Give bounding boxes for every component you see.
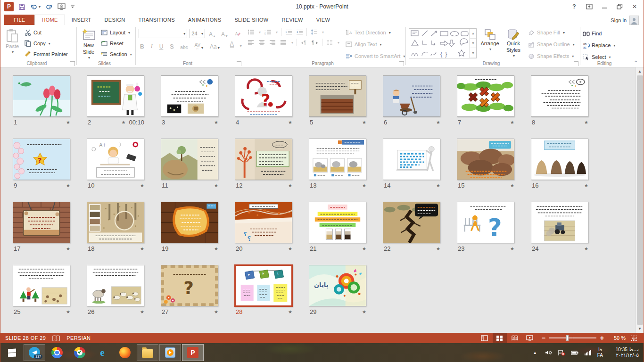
font-color-button[interactable]: A <box>229 41 235 50</box>
transition-star-icon[interactable]: ★ <box>214 183 218 188</box>
bullets-icon[interactable] <box>247 28 255 36</box>
scrollbar-down-icon[interactable]: ▼ <box>636 325 644 333</box>
transition-star-icon[interactable]: ★ <box>288 309 292 314</box>
volume-icon[interactable] <box>545 350 552 355</box>
align-text-button[interactable]: Align Text▾ <box>345 40 405 49</box>
tray-expand-icon[interactable]: ▲ <box>531 351 539 355</box>
replace-button[interactable]: abac Replace▾ <box>582 40 615 50</box>
text-shadow-button[interactable]: S <box>168 41 175 50</box>
slide-thumbnail[interactable] <box>161 75 218 117</box>
start-button[interactable] <box>0 343 23 362</box>
left-to-right-icon[interactable]: ¶ <box>300 39 308 46</box>
shape-outline-button[interactable]: Shape Outline▾ <box>528 40 575 49</box>
slide-thumbnail[interactable] <box>235 139 292 180</box>
quick-styles-button[interactable]: Quick Styles▾ <box>502 26 525 58</box>
taskbar-file-explorer[interactable] <box>137 344 158 361</box>
shapes-gallery-scroll[interactable]: ▲▼▼ <box>470 29 476 58</box>
transition-star-icon[interactable]: ★ <box>140 183 144 188</box>
transition-star-icon[interactable]: ★ <box>510 183 514 188</box>
transition-star-icon[interactable]: ★ <box>362 120 366 125</box>
tab-insert[interactable]: INSERT <box>65 15 98 25</box>
font-dialog-launcher[interactable] <box>237 61 241 66</box>
close-button[interactable]: ✕ <box>627 1 642 12</box>
fit-slide-to-window-button[interactable] <box>627 333 641 343</box>
align-center-icon[interactable] <box>258 39 265 46</box>
slide-thumbnail[interactable]: ? <box>13 139 70 180</box>
transition-star-icon[interactable]: ★ <box>66 120 70 125</box>
tab-slide-show[interactable]: SLIDE SHOW <box>228 15 275 25</box>
save-button[interactable] <box>18 2 25 11</box>
tab-design[interactable]: DESIGN <box>98 15 132 25</box>
paragraph-dialog-launcher[interactable] <box>399 61 404 66</box>
tab-transitions[interactable]: TRANSITIONS <box>132 15 182 25</box>
sign-in-link[interactable]: Sign in <box>611 17 627 23</box>
taskbar-firefox[interactable] <box>114 344 136 361</box>
transition-star-icon[interactable]: ★ <box>362 309 366 314</box>
bold-button[interactable]: B <box>139 41 146 50</box>
format-painter-button[interactable]: Format Painter <box>24 49 68 59</box>
slide-thumbnail[interactable] <box>161 202 218 243</box>
copy-button[interactable]: Copy▾ <box>24 39 68 48</box>
align-left-icon[interactable] <box>247 39 255 46</box>
slide-thumbnail[interactable] <box>13 265 70 306</box>
slide-thumbnail[interactable] <box>309 139 366 180</box>
find-button[interactable]: Find <box>582 28 615 39</box>
slide-thumbnail[interactable]: پایان <box>309 265 366 306</box>
underline-button[interactable]: U <box>158 41 165 50</box>
ribbon-display-options-button[interactable] <box>582 1 596 12</box>
network-signal-icon[interactable] <box>584 350 592 355</box>
taskbar-telegram[interactable]: 337 <box>24 344 45 361</box>
scrollbar-up-icon[interactable]: ▲ <box>636 67 644 75</box>
repeat-button[interactable] <box>45 2 53 11</box>
text-direction-button[interactable]: A Text Direction▾ <box>345 28 405 37</box>
layout-button[interactable]: Layout▾ <box>100 28 132 37</box>
restore-button[interactable] <box>612 1 627 12</box>
transition-star-icon[interactable]: ★ <box>362 246 366 251</box>
undo-dropdown-icon[interactable]: ▾ <box>39 5 41 9</box>
change-case-button[interactable]: Aa▾ <box>208 41 221 50</box>
tab-animations[interactable]: ANIMATIONS <box>182 15 228 25</box>
slide-thumbnail[interactable] <box>161 139 218 180</box>
right-to-left-icon[interactable]: ¶ <box>311 39 319 46</box>
taskbar-powerpoint[interactable]: P <box>182 344 204 361</box>
slide-thumbnail[interactable] <box>383 139 440 180</box>
decrease-indent-icon[interactable] <box>285 28 292 36</box>
user-avatar-icon[interactable] <box>629 16 639 25</box>
shape-fill-button[interactable]: Shape Fill▾ <box>528 28 575 37</box>
tab-home[interactable]: HOME <box>34 15 65 25</box>
slide-thumbnail[interactable] <box>457 139 514 180</box>
slide-show-button[interactable] <box>523 333 537 343</box>
line-spacing-icon[interactable] <box>310 28 318 36</box>
slide-thumbnail[interactable] <box>309 202 366 243</box>
transition-star-icon[interactable]: ★ <box>584 246 588 251</box>
zoom-in-button[interactable]: + <box>600 335 604 341</box>
section-button[interactable]: Section▾ <box>100 49 132 59</box>
convert-to-smartart-button[interactable]: Convert to SmartArt▾ <box>345 51 405 61</box>
arrange-button[interactable]: Arrange▾ <box>478 26 502 52</box>
slide-thumbnail[interactable]: ? <box>161 265 218 306</box>
transition-star-icon[interactable]: ★ <box>140 246 144 251</box>
slide-thumbnail[interactable] <box>531 202 588 243</box>
slide-thumbnail[interactable]: ? <box>457 202 514 243</box>
reset-button[interactable]: Reset <box>100 39 132 48</box>
slide-thumbnail[interactable]: ? <box>235 75 292 117</box>
font-name-combo[interactable]: ▾ <box>139 29 187 38</box>
zoom-slider[interactable]: − + <box>542 335 604 341</box>
slide-thumbnail[interactable] <box>531 75 588 117</box>
tray-clock[interactable]: ب.ظ 10:35 ۲۰۲۱/۱۲/۰۵ <box>609 347 639 358</box>
scrollbar-thumb[interactable] <box>637 75 643 325</box>
clipboard-dialog-launcher[interactable] <box>70 61 75 66</box>
shapes-gallery[interactable]: { } ▲▼▼ <box>409 28 477 58</box>
customize-qat-button[interactable] <box>70 2 75 11</box>
taskbar-chrome[interactable] <box>46 344 68 361</box>
numbering-icon[interactable]: 123 <box>264 28 272 36</box>
transition-star-icon[interactable]: ★ <box>66 246 70 251</box>
transition-star-icon[interactable]: ★ <box>288 120 292 125</box>
paste-button[interactable]: Paste▾ <box>1 26 23 55</box>
slide-thumbnail[interactable]: ۱ ۲ ۳ <box>234 264 293 307</box>
slide-thumbnail[interactable] <box>13 75 70 117</box>
taskbar-internet-explorer[interactable]: e <box>91 344 113 361</box>
start-from-beginning-button[interactable] <box>58 2 66 11</box>
font-size-combo[interactable]: 24▾ <box>190 29 205 38</box>
taskbar-media-player[interactable] <box>159 344 181 361</box>
